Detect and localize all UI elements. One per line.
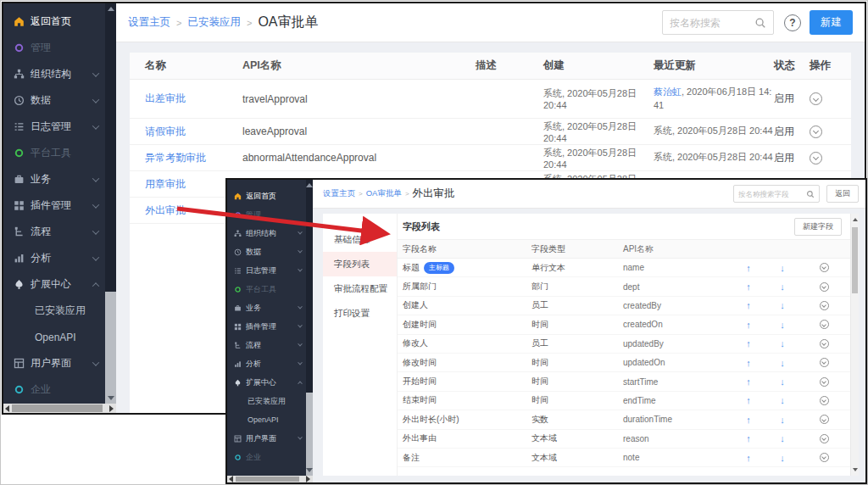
scrollbar-thumb[interactable] [12,404,103,412]
sidebar-item-openapi[interactable]: OpenAPI [227,410,306,429]
move-up-icon[interactable]: ↑ [730,282,767,292]
sidebar-item-user-interface[interactable]: 用户界面 [3,350,105,376]
sidebar-item-data[interactable]: 数据 [3,87,105,114]
sidebar-item-enterprise[interactable]: 企业 [227,448,306,466]
sidebar-horizontal-scrollbar[interactable] [3,404,116,413]
detail-nav-item[interactable]: 打印设置 [323,301,397,326]
scroll-up-icon[interactable] [108,7,114,11]
sidebar-item-workflow[interactable]: 流程 [227,336,306,354]
circle-chevron-down-icon[interactable] [820,282,829,292]
panel-vertical-scrollbar[interactable] [850,214,859,476]
scroll-down-icon[interactable] [306,468,313,472]
circle-chevron-down-icon[interactable] [820,434,829,443]
sidebar-horizontal-scrollbar[interactable] [227,476,313,482]
move-down-icon[interactable]: ↓ [767,453,798,463]
sidebar-item-enterprise[interactable]: 企业 [3,376,105,403]
search-icon[interactable] [754,17,766,29]
approval-name-link[interactable]: 用章审批 [145,178,186,190]
scroll-left-icon[interactable] [5,405,9,412]
breadcrumb-link[interactable]: OA审批单 [366,188,402,199]
sidebar-item-log-management[interactable]: 日志管理 [3,114,105,140]
sidebar-item-admin[interactable]: 管理 [227,205,306,224]
scroll-right-icon[interactable] [109,405,114,412]
move-up-icon[interactable]: ↑ [730,320,767,330]
circle-chevron-down-icon[interactable] [810,125,822,138]
circle-chevron-down-icon[interactable] [820,339,829,348]
approval-name-link[interactable]: 出差审批 [145,92,186,104]
scrollbar-thumb[interactable] [306,180,313,393]
circle-chevron-down-icon[interactable] [810,92,822,105]
detail-nav-item[interactable]: 基础信息 [323,227,397,252]
move-down-icon[interactable]: ↓ [767,433,798,443]
scroll-down-icon[interactable] [853,468,858,471]
breadcrumb-link[interactable]: 设置主页 [323,188,355,199]
breadcrumb-link[interactable]: 设置主页 [128,15,170,30]
circle-chevron-down-icon[interactable] [820,377,829,387]
sidebar-item-business[interactable]: 业务 [227,298,306,317]
search-icon[interactable] [806,190,815,198]
scroll-up-icon[interactable] [853,218,858,221]
sidebar-vertical-scrollbar[interactable] [105,3,116,404]
sidebar-item-extension-center[interactable]: 扩展中心 [227,373,306,392]
sidebar-item-org-structure[interactable]: 组织结构 [227,224,306,242]
sidebar-item-user-interface[interactable]: 用户界面 [227,429,306,448]
approval-name-link[interactable]: 异常考勤审批 [145,152,206,164]
scroll-down-icon[interactable] [108,396,114,400]
move-down-icon[interactable]: ↓ [767,358,798,368]
sidebar-item-plugin-management[interactable]: 插件管理 [3,192,105,219]
scroll-left-icon[interactable] [229,476,233,482]
sidebar-item-extension-center[interactable]: 扩展中心 [3,271,105,298]
sidebar-item-org-structure[interactable]: 组织结构 [3,61,105,87]
sidebar-item-plugin-management[interactable]: 插件管理 [227,317,306,336]
sidebar-item-platform-tools[interactable]: 平台工具 [3,140,105,166]
move-up-icon[interactable]: ↑ [730,263,767,273]
move-up-icon[interactable]: ↑ [730,453,767,463]
breadcrumb-link[interactable]: 已安装应用 [187,15,241,30]
sidebar-item-installed-apps[interactable]: 已安装应用 [3,298,105,324]
sidebar-item-log-management[interactable]: 日志管理 [227,261,306,280]
detail-nav-item[interactable]: 审批流程配置 [323,276,397,301]
help-icon[interactable]: ? [784,14,801,31]
sidebar-item-analytics[interactable]: 分析 [227,354,306,373]
sidebar-item-installed-apps[interactable]: 已安装应用 [227,392,306,410]
move-down-icon[interactable]: ↓ [767,338,798,348]
back-button[interactable]: 返回 [826,185,859,203]
move-down-icon[interactable]: ↓ [767,282,798,292]
move-down-icon[interactable]: ↓ [767,263,798,273]
circle-chevron-down-icon[interactable] [820,320,829,329]
sidebar-item-platform-tools[interactable]: 平台工具 [227,280,306,298]
move-up-icon[interactable]: ↑ [730,395,767,405]
circle-chevron-down-icon[interactable] [820,396,829,405]
sidebar-item-admin[interactable]: 管理 [3,35,105,61]
move-up-icon[interactable]: ↑ [730,358,767,368]
circle-chevron-down-icon[interactable] [810,152,822,164]
approval-name-link[interactable]: 请假审批 [145,125,186,137]
circle-chevron-down-icon[interactable] [820,301,829,310]
detail-nav-item[interactable]: 字段列表 [323,252,397,276]
move-up-icon[interactable]: ↑ [730,376,767,387]
sidebar-item-analytics[interactable]: 分析 [3,245,105,271]
circle-chevron-down-icon[interactable] [820,358,829,367]
sidebar-vertical-scrollbar[interactable] [306,180,313,476]
scroll-up-icon[interactable] [306,183,313,187]
approval-name-link[interactable]: 外出审批 [145,204,186,216]
circle-chevron-down-icon[interactable] [820,263,829,272]
field-search-input[interactable] [738,190,806,198]
search-input[interactable] [670,17,754,29]
move-down-icon[interactable]: ↓ [767,376,798,387]
new-field-button[interactable]: 新建字段 [794,218,842,236]
sidebar-item-home[interactable]: 返回首页 [227,187,306,205]
move-up-icon[interactable]: ↑ [730,338,767,348]
sidebar-item-business[interactable]: 业务 [3,166,105,192]
move-down-icon[interactable]: ↓ [767,395,798,405]
sidebar-item-data[interactable]: 数据 [227,242,306,261]
move-down-icon[interactable]: ↓ [767,320,798,330]
move-up-icon[interactable]: ↑ [730,300,767,310]
scroll-right-icon[interactable] [306,476,310,482]
sidebar-item-openapi[interactable]: OpenAPI [3,324,105,350]
scrollbar-thumb[interactable] [105,3,116,292]
move-up-icon[interactable]: ↑ [730,433,767,443]
circle-chevron-down-icon[interactable] [820,453,829,462]
move-down-icon[interactable]: ↓ [767,300,798,310]
new-button[interactable]: 新建 [810,10,853,35]
